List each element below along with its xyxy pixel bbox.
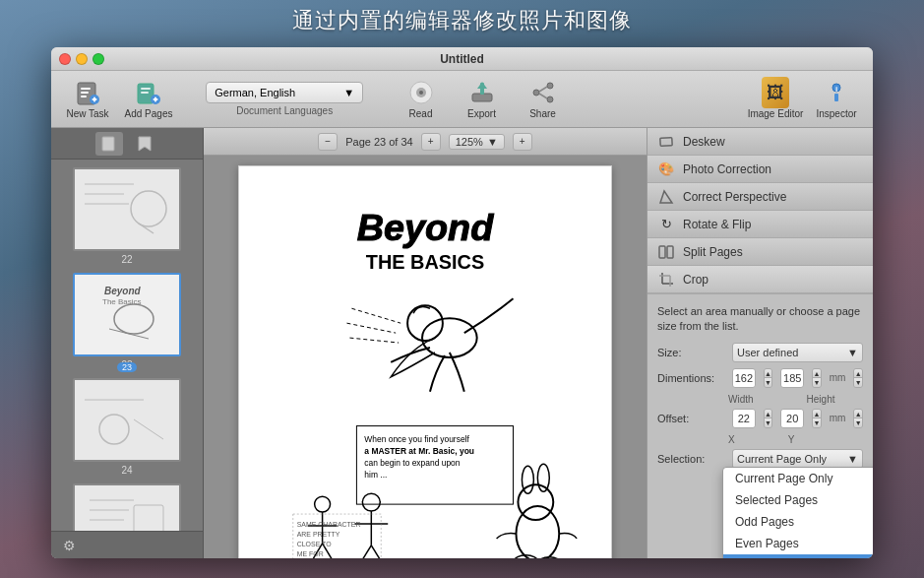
- crop-section: Select an area manually or choose a page…: [647, 294, 873, 484]
- correct-perspective-label: Correct Perspective: [683, 190, 786, 204]
- next-page-button[interactable]: +: [421, 133, 441, 151]
- main-window: Untitled New Task: [51, 47, 873, 558]
- export-button[interactable]: Export: [454, 76, 511, 123]
- dropdown-item-selected-pages[interactable]: Selected Pages: [723, 489, 873, 511]
- svg-text:him ...: him ...: [364, 470, 387, 480]
- svg-rect-8: [141, 88, 151, 90]
- svg-line-76: [371, 546, 384, 558]
- svg-text:i: i: [835, 85, 837, 94]
- prev-page-button[interactable]: −: [318, 133, 338, 151]
- language-dropdown[interactable]: German, English ▼: [206, 82, 363, 103]
- panel-section-tools: Deskew 🎨 Photo Correction Correct Perspe…: [647, 128, 873, 294]
- image-editor-button[interactable]: 🖼 Image Editor: [747, 76, 804, 123]
- zoom-in-button[interactable]: +: [513, 133, 532, 151]
- svg-point-51: [422, 318, 477, 357]
- svg-marker-86: [660, 191, 672, 203]
- selection-dropdown[interactable]: Current Page Only ▼: [732, 449, 863, 469]
- size-row: Size: User defined ▼: [657, 343, 863, 362]
- crop-icon: [657, 271, 675, 289]
- offset-y-stepper[interactable]: ▲ ▼: [812, 409, 822, 428]
- svg-rect-88: [667, 246, 673, 258]
- svg-text:When once you find yourself: When once you find yourself: [364, 434, 469, 444]
- svg-text:ME FOR: ME FOR: [297, 550, 324, 557]
- width-stepper[interactable]: ▲ ▼: [764, 368, 773, 388]
- page-thumb-22[interactable]: 22: [59, 167, 195, 265]
- selection-container: Selection: Current Page Only ▼ Current P…: [657, 449, 863, 469]
- offset-unit-stepper[interactable]: ▲ ▼: [853, 409, 863, 428]
- window-titlebar: Untitled: [51, 47, 873, 71]
- add-pages-button[interactable]: Add Pages: [120, 76, 177, 123]
- svg-point-72: [362, 493, 380, 511]
- main-content: 22 Beyond The Basics: [51, 128, 873, 558]
- height-stepper[interactable]: ▲ ▼: [812, 368, 822, 388]
- right-panel: Deskew 🎨 Photo Correction Correct Perspe…: [647, 128, 873, 558]
- new-task-button[interactable]: New Task: [59, 76, 116, 123]
- dimensions-label: Dimentions:: [657, 372, 724, 384]
- svg-rect-29: [75, 169, 179, 249]
- svg-text:ARE PRETTY: ARE PRETTY: [297, 531, 340, 538]
- photo-correction-button[interactable]: 🎨 Photo Correction: [647, 156, 873, 183]
- page-thumb-24[interactable]: 24: [59, 378, 195, 476]
- svg-point-67: [315, 496, 331, 512]
- svg-point-20: [533, 90, 539, 96]
- svg-text:Beyond: Beyond: [357, 207, 494, 248]
- split-pages-icon: [657, 243, 675, 261]
- deskew-label: Deskew: [683, 135, 725, 149]
- page-thumb-25[interactable]: 25: [59, 483, 195, 531]
- close-button[interactable]: [59, 53, 71, 65]
- width-stepper-up[interactable]: ▲: [765, 369, 772, 379]
- sidebar-settings-button[interactable]: ⚙: [59, 536, 79, 555]
- crop-description: Select an area manually or choose a page…: [657, 304, 863, 335]
- selection-dropdown-menu[interactable]: Current Page Only Selected Pages Odd Pag…: [722, 467, 873, 558]
- selection-row: Selection: Current Page Only ▼: [657, 449, 863, 469]
- dropdown-item-even-pages[interactable]: Even Pages: [723, 533, 873, 554]
- rotate-flip-label: Rotate & Flip: [683, 218, 751, 231]
- share-button[interactable]: Share: [515, 76, 572, 123]
- split-pages-button[interactable]: Split Pages: [647, 238, 873, 266]
- svg-text:THE BASICS: THE BASICS: [366, 251, 484, 273]
- svg-rect-40: [75, 380, 179, 460]
- unit-stepper[interactable]: ▲ ▼: [853, 368, 863, 388]
- offset-x-field[interactable]: 22: [732, 409, 756, 428]
- height-stepper-up[interactable]: ▲: [813, 369, 821, 379]
- correct-perspective-button[interactable]: Correct Perspective: [647, 183, 873, 211]
- selection-label: Selection:: [657, 453, 724, 465]
- page-num-24: 24: [121, 465, 132, 476]
- dropdown-item-current-page[interactable]: Current Page Only: [723, 468, 873, 489]
- inspector-button[interactable]: i Inspector: [808, 76, 865, 123]
- svg-rect-27: [102, 137, 114, 151]
- svg-text:can begin to expand upon: can begin to expand upon: [364, 458, 460, 468]
- height-stepper-down[interactable]: ▼: [813, 378, 821, 387]
- sidebar-tab-pages[interactable]: [95, 132, 123, 156]
- crop-button[interactable]: Crop: [647, 266, 873, 293]
- maximize-button[interactable]: [92, 53, 104, 65]
- selection-dropdown-arrow: ▼: [847, 453, 858, 465]
- sidebar-tabs: [51, 128, 203, 160]
- svg-text:SAME CHARACTER: SAME CHARACTER: [297, 521, 361, 528]
- offset-x-stepper[interactable]: ▲ ▼: [764, 409, 773, 428]
- zoom-dropdown-arrow: ▼: [487, 136, 498, 148]
- svg-point-21: [547, 96, 553, 102]
- svg-line-55: [349, 338, 399, 343]
- page-num-22: 22: [121, 254, 132, 265]
- rotate-flip-button[interactable]: ↻ Rotate & Flip: [647, 211, 873, 238]
- width-stepper-down[interactable]: ▼: [765, 378, 772, 387]
- offset-y-field[interactable]: 20: [780, 409, 804, 428]
- dropdown-item-odd-pages[interactable]: Odd Pages: [723, 511, 873, 533]
- page-thumb-23[interactable]: Beyond The Basics 23 23: [59, 273, 195, 370]
- width-field[interactable]: 162: [732, 368, 756, 388]
- minimize-button[interactable]: [76, 53, 88, 65]
- offset-row: Offset: 22 ▲ ▼ 20 ▲ ▼ mm ▲: [657, 409, 863, 428]
- page-thumb-img-23: Beyond The Basics: [73, 273, 181, 356]
- height-field[interactable]: 185: [780, 368, 804, 388]
- sidebar: 22 Beyond The Basics: [51, 128, 204, 558]
- window-title: Untitled: [440, 52, 484, 66]
- read-button[interactable]: Read: [393, 76, 450, 123]
- size-value: User defined: [737, 347, 798, 358]
- dropdown-item-all-pages[interactable]: All Pages: [723, 554, 873, 558]
- sidebar-tab-bookmarks[interactable]: [131, 132, 158, 156]
- zoom-display[interactable]: 125% ▼: [449, 134, 505, 150]
- size-dropdown[interactable]: User defined ▼: [732, 343, 863, 362]
- svg-text:Beyond: Beyond: [104, 286, 142, 296]
- deskew-button[interactable]: Deskew: [647, 128, 873, 156]
